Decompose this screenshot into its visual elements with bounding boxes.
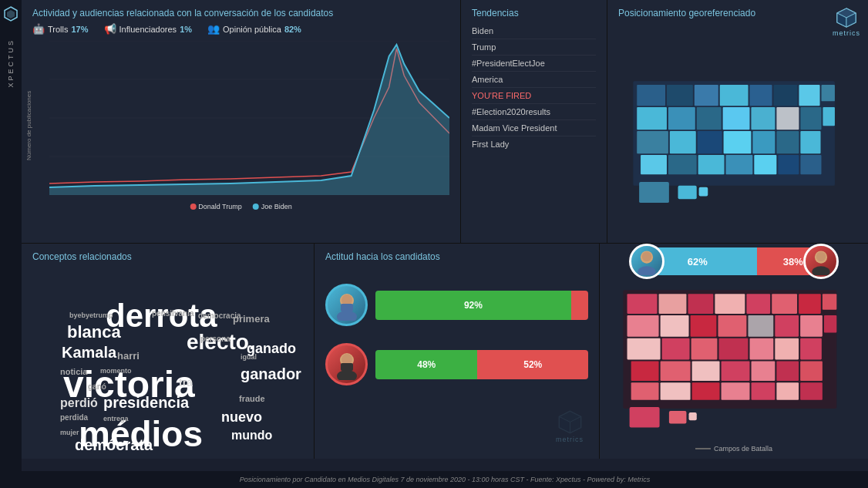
svg-rect-65	[627, 294, 658, 314]
svg-point-48	[341, 294, 352, 305]
metrics-logo-cube	[835, 6, 858, 29]
opinion-icon: 👥	[207, 23, 220, 35]
word-noticia: noticia	[60, 367, 87, 376]
svg-rect-26	[776, 107, 799, 130]
bar-wrap-biden: 92%	[375, 291, 588, 320]
trump-dot	[190, 204, 196, 210]
campos-label: Campos de Batalla	[714, 445, 772, 453]
chart-legend: Donald Trump Joe Biden	[190, 203, 292, 210]
svg-rect-70	[772, 294, 797, 314]
svg-rect-98	[722, 382, 750, 400]
svg-rect-78	[775, 315, 799, 337]
svg-rect-80	[824, 315, 836, 333]
svg-rect-69	[746, 294, 770, 314]
svg-rect-18	[774, 85, 798, 106]
y-axis-label: Número de publicaciones	[25, 49, 32, 203]
svg-rect-20	[822, 85, 835, 101]
svg-rect-32	[724, 131, 752, 153]
trump-legend-label: Donald Trump	[198, 203, 242, 210]
sidebar: XPECTUS	[0, 0, 22, 488]
geo-top-title: Posicionamiento georeferenciado	[618, 8, 857, 19]
svg-rect-25	[751, 107, 775, 130]
svg-rect-97	[692, 382, 720, 400]
svg-rect-81	[627, 338, 661, 360]
svg-rect-45	[699, 187, 708, 197]
svg-rect-24	[723, 107, 750, 130]
svg-rect-14	[667, 85, 693, 106]
svg-rect-102	[630, 407, 660, 428]
metrics-label-top: metrics	[833, 29, 860, 37]
metrics-watermark-cube	[557, 409, 584, 436]
svg-point-47	[337, 311, 357, 321]
svg-rect-100	[776, 382, 799, 400]
svg-rect-22	[668, 107, 695, 130]
word-momento: momento	[100, 367, 132, 375]
svg-rect-72	[823, 294, 836, 310]
svg-rect-85	[750, 338, 774, 360]
svg-rect-15	[695, 85, 718, 106]
svg-rect-82	[662, 338, 690, 360]
svg-rect-40	[754, 155, 776, 174]
biden-avatar-svg	[331, 290, 362, 321]
word-nuevo: nuevo	[221, 409, 262, 426]
svg-rect-92	[752, 361, 775, 381]
svg-rect-104	[689, 412, 697, 420]
word-perdio: perdió	[60, 396, 98, 410]
svg-rect-30	[670, 131, 696, 153]
word-byebyetrump: byebyetrump	[69, 311, 113, 319]
word-pensilvania: pensilvania	[152, 309, 193, 318]
wordcloud-title: Conceptos relacionados	[32, 251, 303, 262]
svg-rect-96	[661, 382, 691, 400]
trend-item-7: First Lady	[472, 136, 596, 152]
tendencias-panel: Tendencias Biden Trump #PresidentElectJo…	[461, 0, 607, 243]
word-mujer: mujer	[60, 429, 79, 436]
bar-red-biden	[571, 291, 588, 320]
svg-rect-88	[631, 361, 659, 381]
svg-point-60	[642, 251, 652, 261]
svg-rect-16	[720, 85, 749, 106]
trend-item-2: #PresidentElectJoe	[472, 56, 596, 72]
svg-rect-23	[697, 107, 722, 130]
svg-point-59	[638, 266, 655, 275]
svg-rect-101	[800, 382, 823, 400]
trend-item-0: Biden	[472, 23, 596, 39]
svg-rect-42	[800, 155, 821, 174]
trolls-value: 17%	[71, 25, 88, 34]
svg-rect-41	[778, 155, 799, 174]
svg-rect-90	[692, 361, 720, 381]
bottom-row: Conceptos relacionados derrota victoria …	[22, 243, 868, 459]
word-harri: harri	[117, 350, 140, 362]
svg-rect-66	[659, 294, 687, 314]
svg-rect-94	[800, 361, 823, 381]
us-map-bottom-svg	[600, 286, 868, 440]
svg-rect-91	[722, 361, 750, 381]
svg-rect-95	[631, 382, 659, 400]
us-map-top-svg	[618, 37, 857, 230]
strip-trump-svg	[807, 247, 835, 275]
svg-rect-17	[750, 85, 772, 106]
chart-area	[49, 41, 449, 195]
word-gano: ganó	[88, 382, 106, 391]
wordcloud-area: derrota victoria médios electo. blanca K…	[32, 267, 303, 452]
svg-point-51	[337, 370, 357, 380]
geo-bottom-panel: 62% 38%	[600, 243, 868, 459]
svg-rect-103	[669, 411, 687, 423]
wordcloud-panel: Conceptos relacionados derrota victoria …	[22, 243, 315, 459]
avatar-strip-trump	[803, 244, 839, 279]
svg-rect-38	[698, 155, 725, 174]
line-chart-container: Número de publicaciones	[32, 41, 449, 210]
footer-text: Posicionamiento por Candidato en Medios …	[240, 476, 650, 483]
word-presidencia: presidencia	[103, 394, 189, 412]
svg-marker-1	[7, 10, 15, 19]
svg-rect-53	[341, 363, 353, 371]
word-mundo: mundo	[231, 429, 272, 443]
word-kamala: Kamala	[62, 344, 116, 362]
svg-rect-74	[661, 315, 689, 337]
word-ganador: ganador	[241, 365, 301, 383]
svg-rect-33	[752, 131, 775, 153]
influenciadores-label: Influenciadores	[119, 25, 177, 34]
word-igual: igual	[241, 353, 257, 361]
word-entrega: entrega	[103, 415, 129, 422]
bar-green-trump: 48%	[375, 350, 477, 379]
footer: Posicionamiento por Candidato en Medios …	[22, 471, 868, 488]
